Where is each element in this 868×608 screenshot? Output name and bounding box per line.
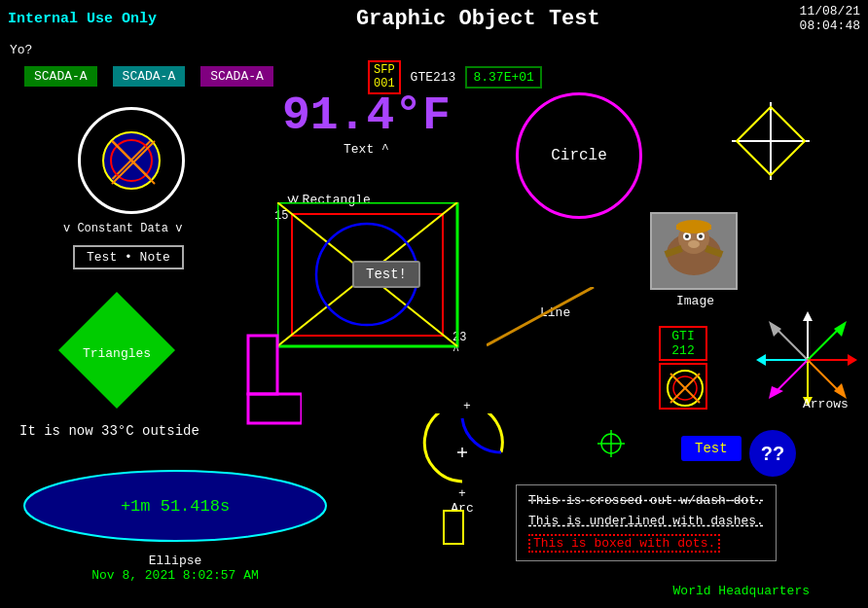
constant-data-label: v Constant Data v [63, 222, 182, 235]
svg-line-10 [487, 287, 594, 345]
strikethrough-text: This is crossed out w/dash-dot. [528, 493, 764, 508]
circle-label: Circle [551, 147, 607, 164]
crosshair-top-right-svg [727, 97, 814, 185]
arrows-svg [754, 311, 861, 409]
text-caret-label: Text ^ [282, 142, 451, 157]
crosshair-mid-svg [596, 428, 627, 459]
datetime: 11/08/21 08:04:48 [800, 4, 860, 33]
image-label: Image [676, 294, 714, 308]
page-title: Graphic Object Test [157, 7, 800, 31]
diagonal-line-svg [487, 287, 603, 355]
l-shape-svg [243, 331, 302, 428]
test-note-button[interactable]: Test • Note [73, 245, 184, 269]
arc-area: + + Arc [418, 399, 506, 516]
scada-button-green[interactable]: SCADA-A [24, 66, 97, 87]
x-lines-svg [104, 133, 163, 192]
scada-button-teal[interactable]: SCADA-A [113, 66, 186, 87]
ellipse-date: Nov 8, 2021 8:02:57 AM [19, 568, 331, 583]
time: 08:04:48 [800, 18, 860, 33]
boxed-text: This is boxed with dots. [528, 534, 720, 553]
yo-label: Yo? [10, 43, 32, 57]
svg-rect-46 [248, 336, 277, 394]
gti-box: GTI 212 [659, 326, 707, 410]
date: 11/08/21 [800, 4, 860, 18]
gti-label2: 212 [671, 343, 694, 358]
sfp-line1: SFP [374, 63, 395, 77]
triangle-area: Triangles [54, 287, 180, 418]
white-circle [78, 107, 185, 214]
test-blue-button[interactable]: Test [681, 436, 741, 461]
ellipse-svg: +1m 51.418s [19, 467, 331, 545]
gte-label: GTE213 [411, 70, 456, 85]
small-yellow-rect [443, 510, 464, 545]
scada-button-purple[interactable]: SCADA-A [200, 66, 273, 87]
ellipse-label: Ellipse [19, 554, 331, 568]
text-box-area: This is crossed out w/dash-dot. This is … [516, 484, 777, 561]
x-in-circle [102, 131, 161, 190]
gte-value: 8.37E+01 [465, 66, 541, 89]
header: Internal Use Only Graphic Object Test 11… [0, 0, 868, 37]
svg-marker-28 [756, 354, 766, 366]
temperature-value: 91.4°F [282, 89, 451, 142]
ellipse-area: +1m 51.418s Ellipse Nov 8, 2021 8:02:57 … [19, 467, 331, 583]
svg-text:Triangles: Triangles [83, 346, 151, 361]
image-box [650, 212, 738, 290]
gti-bottom-box [659, 363, 707, 410]
it-is-now-label: It is now 33°C outside [19, 423, 199, 439]
svg-point-15 [685, 234, 689, 238]
text-line2: This is underlined with dashes. [528, 514, 764, 528]
svg-point-17 [688, 240, 700, 248]
svg-marker-24 [803, 311, 813, 321]
svg-marker-30 [848, 354, 857, 366]
gti-x-svg [661, 365, 709, 411]
scada-row: SCADA-A SCADA-A SCADA-A [24, 66, 273, 87]
gti-label1: GTI [671, 329, 694, 343]
svg-text:+1m 51.418s: +1m 51.418s [121, 497, 230, 516]
svg-marker-36 [769, 321, 781, 337]
pink-circle: Circle [516, 92, 642, 219]
footer-right: World Headquarters [673, 584, 810, 598]
svg-rect-47 [248, 394, 302, 423]
arc-plus1: + [463, 399, 471, 413]
internal-use-label: Internal Use Only [8, 11, 157, 27]
underline-text: This is underlined with dashes. [528, 514, 764, 528]
test-excl-button[interactable]: Test! [352, 261, 420, 288]
arc-svg [418, 413, 506, 486]
text-line3: This is boxed with dots. [528, 534, 764, 553]
svg-marker-34 [769, 386, 783, 399]
svg-marker-32 [834, 321, 847, 337]
svg-rect-19 [676, 225, 711, 230]
temperature-area: 91.4°F Text ^ [282, 89, 451, 157]
gti-top-label: GTI 212 [659, 326, 707, 361]
arrows-label: Arrows [803, 397, 849, 411]
svg-line-33 [774, 360, 808, 394]
svg-point-16 [699, 234, 703, 238]
text-line1: This is crossed out w/dash-dot. [528, 493, 764, 508]
beaver-image [655, 217, 733, 285]
svg-line-1 [112, 141, 155, 184]
qq-button[interactable]: ?? [749, 430, 796, 477]
triangle-svg: Triangles [54, 287, 180, 413]
arc-plus2: + [458, 486, 466, 501]
